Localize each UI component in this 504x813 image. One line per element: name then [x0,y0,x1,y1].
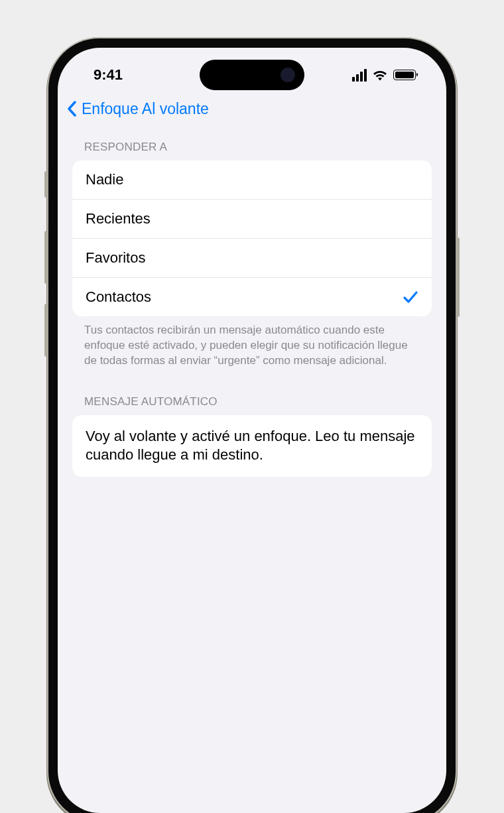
status-time: 9:41 [94,66,123,84]
mute-switch [44,171,48,198]
wifi-icon [372,69,388,81]
checkmark-icon [403,289,418,305]
auto-message-header: MENSAJE AUTOMÁTICO [72,395,432,415]
chevron-back-icon [67,101,78,117]
phone-frame: 9:41 Enfoqu [48,38,456,813]
option-label: Nadie [86,171,123,188]
volume-up-button [44,231,48,284]
status-icons [352,69,416,82]
respond-option-nadie[interactable]: Nadie [72,160,432,200]
respond-to-footer: Tus contactos recibirán un mensaje autom… [72,316,432,369]
respond-to-header: RESPONDER A [72,141,432,160]
auto-message-text[interactable]: Voy al volante y activé un enfoque. Leo … [72,415,432,477]
respond-option-contactos[interactable]: Contactos [72,278,432,316]
option-label: Favoritos [86,249,145,267]
back-button[interactable]: Enfoque Al volante [67,100,209,118]
respond-option-favoritos[interactable]: Favoritos [72,239,432,278]
phone-side-buttons-right [456,237,460,317]
content: RESPONDER A Nadie Recientes Favoritos Co… [58,125,446,477]
volume-down-button [44,304,48,357]
respond-option-recientes[interactable]: Recientes [72,200,432,239]
screen: 9:41 Enfoqu [58,48,446,813]
cellular-icon [352,69,367,82]
phone-side-buttons-left [44,171,48,377]
power-button [456,237,460,317]
option-label: Recientes [86,210,151,227]
battery-icon [393,70,416,80]
respond-to-list: Nadie Recientes Favoritos Contactos [72,160,432,316]
option-label: Contactos [86,288,151,306]
dynamic-island [200,60,304,90]
nav-bar: Enfoque Al volante [58,93,446,125]
back-label: Enfoque Al volante [82,100,209,118]
